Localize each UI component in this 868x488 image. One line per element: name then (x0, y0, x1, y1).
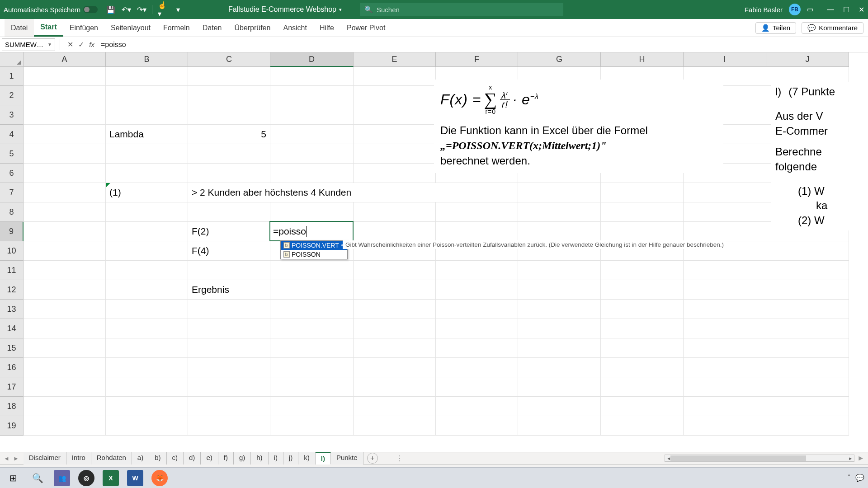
grid-cell[interactable] (24, 300, 106, 319)
ribbon-tab-start[interactable]: Start (34, 19, 63, 37)
grid-cell[interactable] (684, 202, 766, 222)
grid-cell[interactable] (436, 222, 518, 241)
grid-cell[interactable] (354, 416, 436, 436)
grid-cell[interactable] (188, 144, 270, 164)
share-button[interactable]: 👤 Teilen (755, 22, 796, 34)
grid-cell[interactable] (601, 397, 684, 416)
grid-cell[interactable] (270, 397, 354, 416)
save-icon[interactable]: 💾 (106, 5, 116, 14)
grid-cell[interactable] (24, 202, 106, 222)
grid-cell[interactable] (188, 338, 270, 358)
grid-cell[interactable] (354, 338, 436, 358)
grid-cell[interactable] (766, 358, 849, 377)
grid-cell[interactable] (436, 319, 518, 338)
row-header[interactable]: 18 (0, 397, 24, 416)
grid-cell[interactable] (766, 377, 849, 397)
grid-cell[interactable] (24, 67, 106, 86)
grid-cell[interactable] (354, 86, 436, 105)
title-dropdown-icon[interactable]: ▾ (339, 7, 342, 13)
touch-mode-icon[interactable]: ☝▾ (158, 5, 168, 14)
row-header[interactable]: 3 (0, 105, 24, 125)
autocomplete-item[interactable]: fxPOISSON (281, 250, 347, 259)
grid-cell[interactable] (188, 358, 270, 377)
column-header[interactable]: C (188, 52, 270, 67)
grid-cell[interactable] (354, 125, 436, 144)
ribbon-tab-daten[interactable]: Daten (196, 19, 228, 37)
grid-cell[interactable] (601, 319, 684, 338)
column-header[interactable]: H (601, 52, 684, 67)
grid-cell[interactable] (24, 338, 106, 358)
grid-cell[interactable] (188, 67, 270, 86)
sheet-tab[interactable]: Disclaimer (24, 452, 66, 465)
grid-cell[interactable] (684, 358, 766, 377)
grid-cell[interactable] (766, 241, 849, 261)
grid-cell[interactable] (684, 300, 766, 319)
grid-cell[interactable] (24, 86, 106, 105)
fx-icon[interactable]: fx (86, 39, 97, 50)
grid-cell[interactable] (188, 164, 270, 183)
grid-cell[interactable] (270, 164, 354, 183)
teams-icon[interactable]: 👥 (52, 469, 71, 487)
grid-cell[interactable] (518, 280, 601, 300)
firefox-icon[interactable]: 🦊 (150, 469, 169, 487)
qat-dropdown-icon[interactable]: ▾ (173, 5, 183, 14)
cell-C12[interactable]: Ergebnis (188, 280, 270, 300)
grid-cell[interactable] (24, 358, 106, 377)
sheet-tab[interactable]: j) (283, 452, 298, 465)
grid-cell[interactable] (106, 144, 188, 164)
redo-icon[interactable]: ↷▾ (137, 5, 146, 14)
minimize-icon[interactable]: — (827, 5, 834, 14)
grid-cell[interactable] (766, 338, 849, 358)
sheet-tab[interactable]: b) (149, 452, 166, 465)
grid-cell[interactable] (106, 202, 188, 222)
row-header[interactable]: 15 (0, 338, 24, 358)
grid-cell[interactable] (684, 377, 766, 397)
grid-cell[interactable] (270, 319, 354, 338)
grid-cell[interactable] (354, 202, 436, 222)
tab-nav[interactable]: ◄► (4, 455, 19, 462)
cancel-formula-icon[interactable]: ✕ (65, 39, 75, 50)
name-box[interactable]: SUMMEW… ▼ (2, 38, 55, 51)
grid-cell[interactable] (601, 261, 684, 280)
column-header[interactable]: B (106, 52, 188, 67)
grid-cell[interactable] (684, 416, 766, 436)
grid-cell[interactable] (24, 280, 106, 300)
horizontal-scrollbar[interactable]: ◄► (665, 455, 854, 462)
maximize-icon[interactable]: ☐ (843, 5, 849, 14)
row-header[interactable]: 7 (0, 183, 24, 202)
column-header[interactable]: A (24, 52, 106, 67)
grid-cell[interactable] (106, 338, 188, 358)
grid-cell[interactable] (601, 358, 684, 377)
grid-cell[interactable] (24, 183, 106, 202)
grid-cell[interactable] (24, 261, 106, 280)
grid-cell[interactable] (518, 358, 601, 377)
row-header[interactable]: 4 (0, 125, 24, 144)
grid-cell[interactable] (188, 319, 270, 338)
sheet-tab[interactable]: Punkte (331, 452, 363, 465)
grid-cell[interactable] (766, 416, 849, 436)
formula-autocomplete[interactable]: fxPOISSON.VERT ↖fxPOISSON (280, 240, 348, 259)
ribbon-tab-power pivot[interactable]: Power Pivot (340, 19, 392, 37)
ribbon-tab-datei[interactable]: Datei (5, 19, 34, 37)
grid-cell[interactable] (436, 397, 518, 416)
sheet-tab[interactable]: h) (251, 452, 268, 465)
grid-cell[interactable] (270, 280, 354, 300)
grid-cell[interactable] (24, 164, 106, 183)
sheet-tab[interactable]: e) (201, 452, 218, 465)
grid-cell[interactable] (106, 86, 188, 105)
select-all-corner[interactable] (0, 52, 24, 67)
grid-cell[interactable] (270, 261, 354, 280)
grid-cell[interactable] (601, 280, 684, 300)
grid-cell[interactable] (436, 202, 518, 222)
grid-cell[interactable] (354, 67, 436, 86)
row-header[interactable]: 14 (0, 319, 24, 338)
grid-cell[interactable] (24, 416, 106, 436)
grid-cell[interactable] (354, 280, 436, 300)
grid-cell[interactable] (270, 416, 354, 436)
row-header[interactable]: 19 (0, 416, 24, 436)
grid-cell[interactable] (518, 222, 601, 241)
column-header[interactable]: E (354, 52, 436, 67)
row-header[interactable]: 17 (0, 377, 24, 397)
grid-cell[interactable] (518, 397, 601, 416)
grid-cell[interactable] (354, 144, 436, 164)
